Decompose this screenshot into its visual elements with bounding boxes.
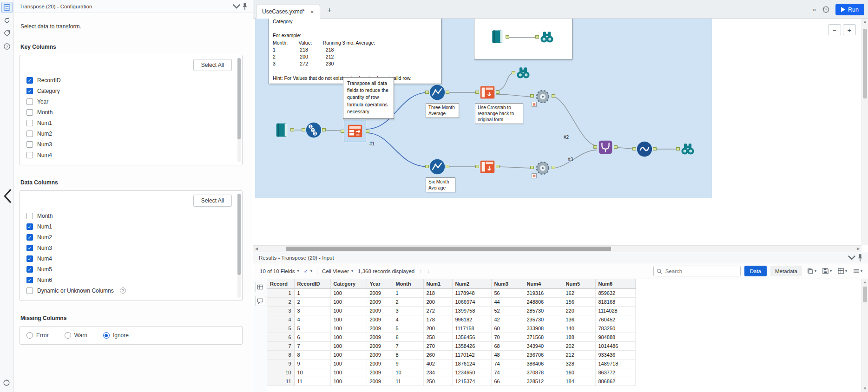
table-row[interactable]: 8 8 100 2009 8 260 1170142 48 236706 2: [267, 350, 635, 359]
copy-button[interactable]: ▾: [806, 267, 817, 275]
output-anchor[interactable]: [290, 128, 294, 131]
blue-wave-tool[interactable]: [636, 140, 653, 158]
table-row[interactable]: 1 1 100 2009 1 218 1178948 56 319316 1: [267, 288, 635, 297]
results-collapse-button[interactable]: [848, 254, 856, 262]
comment-box-running-average[interactable]: Category. For example: Month: Value: Run…: [269, 19, 441, 84]
key-column-row[interactable]: Num4: [26, 150, 232, 160]
data-column-row[interactable]: Num3 ?: [26, 242, 232, 253]
record-id-tool[interactable]: 123: [305, 121, 322, 139]
browse-tool[interactable]: [679, 140, 696, 157]
checkbox[interactable]: [26, 213, 33, 219]
data-column-row[interactable]: Dynamic or Unknown Columns ?: [26, 285, 232, 296]
data-columns-select-all-button[interactable]: Select All: [193, 195, 232, 207]
checkbox[interactable]: [26, 287, 33, 294]
run-button[interactable]: Run: [835, 4, 864, 15]
fields-dropdown[interactable]: 10 of 10 Fields ▾: [260, 268, 299, 274]
new-window-button[interactable]: ▾: [836, 267, 848, 275]
canvas-horizontal-scrollbar[interactable]: ◀ ▶: [253, 245, 861, 252]
table-row[interactable]: 9 9 100 2009 9 402 1876124 74 386406 3: [267, 359, 635, 368]
column-header[interactable]: Year: [367, 279, 393, 288]
scrollbar-thumb[interactable]: [286, 247, 611, 251]
data-column-row[interactable]: Num1 ?: [26, 221, 232, 232]
column-header[interactable]: Record: [267, 279, 294, 288]
gear-blade-tool-top[interactable]: ▦: [533, 87, 552, 106]
output-anchor[interactable]: [614, 145, 618, 149]
union-tool[interactable]: [597, 138, 614, 156]
key-column-row[interactable]: RecordID: [26, 75, 232, 85]
checkbox[interactable]: [26, 266, 33, 273]
output-anchor[interactable]: [322, 128, 326, 131]
missing-columns-option[interactable]: Error: [26, 332, 49, 339]
column-header[interactable]: RecordID: [294, 279, 330, 288]
input-anchor[interactable]: [593, 145, 597, 149]
table-row[interactable]: 3 3 100 2009 3 272 1399758 52 285730 2: [267, 306, 635, 315]
input-anchor[interactable]: [475, 91, 479, 94]
checkbox[interactable]: [26, 152, 33, 158]
table-row[interactable]: 10 10 100 2009 10 234 1234650 74 370878: [267, 368, 635, 377]
output-anchor[interactable]: [653, 147, 657, 150]
refresh-button[interactable]: [1, 377, 12, 388]
output-anchor[interactable]: [446, 165, 449, 168]
zoom-out-button[interactable]: −: [828, 24, 841, 35]
toolbar-overflow-chevrons[interactable]: »: [813, 6, 816, 13]
schedule-history-button[interactable]: [822, 6, 830, 14]
options-menu-button[interactable]: ▾: [852, 267, 863, 275]
checkbox[interactable]: [26, 77, 33, 84]
close-tab-icon[interactable]: ×: [310, 8, 314, 15]
input-anchor[interactable]: [425, 165, 429, 168]
key-column-row[interactable]: Num3: [26, 139, 232, 150]
input-anchor[interactable]: [535, 35, 539, 39]
column-header[interactable]: Num5: [563, 279, 595, 288]
input-anchor[interactable]: [676, 147, 680, 150]
results-pin-button[interactable]: [856, 254, 864, 262]
checkbox[interactable]: [26, 120, 33, 126]
output-anchor[interactable]: [496, 91, 500, 94]
sync-button[interactable]: [1, 15, 13, 26]
six-month-average-tool[interactable]: [428, 158, 446, 176]
table-row[interactable]: 7 7 100 2009 7 270 1358426 68 343940 2: [267, 341, 635, 350]
table-row[interactable]: 2 2 100 2009 2 200 1066974 44 248806 1: [267, 297, 635, 306]
checkbox[interactable]: [26, 141, 33, 148]
messages-view-button[interactable]: [255, 296, 265, 306]
zoom-in-button[interactable]: +: [843, 24, 856, 35]
three-month-average-tool[interactable]: [428, 84, 446, 101]
key-column-row[interactable]: Category: [26, 85, 232, 96]
browse-tool[interactable]: [539, 28, 555, 45]
input-anchor[interactable]: [530, 94, 534, 98]
browse-tool[interactable]: [515, 64, 532, 81]
input-anchor[interactable]: [425, 91, 429, 94]
panel-collapse-button[interactable]: [232, 2, 241, 11]
key-column-row[interactable]: Num1: [26, 118, 232, 128]
scrollbar-thumb[interactable]: [863, 287, 867, 302]
help-circle-icon[interactable]: ?: [120, 287, 126, 294]
scroll-up-icon[interactable]: ▲: [862, 279, 868, 286]
column-header[interactable]: Category: [330, 279, 367, 288]
column-header[interactable]: Num4: [524, 279, 563, 288]
output-anchor[interactable]: [496, 165, 500, 168]
radio-button[interactable]: [103, 332, 110, 339]
tool-container-box[interactable]: [474, 19, 572, 59]
checkbox[interactable]: [26, 88, 33, 94]
input-anchor[interactable]: [475, 165, 479, 168]
workflow-sheet[interactable]: Category. For example: Month: Value: Run…: [255, 19, 712, 198]
workflow-canvas[interactable]: Category. For example: Month: Value: Run…: [253, 19, 868, 252]
next-record-button[interactable]: ↓: [427, 268, 430, 274]
scrollbar-thumb[interactable]: [863, 29, 867, 98]
results-vertical-scrollbar[interactable]: ▲ ▼: [861, 279, 868, 392]
input-anchor[interactable]: [341, 130, 344, 133]
transpose-tool-selected[interactable]: [344, 120, 366, 142]
data-column-row[interactable]: Num2 ?: [26, 232, 232, 242]
table-row[interactable]: 5 5 100 2009 5 200 1117158 60 333908 1: [267, 324, 635, 333]
new-tab-button[interactable]: +: [325, 6, 334, 15]
tag-button[interactable]: [1, 28, 13, 39]
input-anchor[interactable]: [302, 128, 305, 131]
key-columns-select-all-button[interactable]: Select All: [193, 59, 232, 71]
table-row[interactable]: 11 11 100 2009 11 250 1215374 66 328512: [267, 377, 635, 385]
canvas-vertical-scrollbar[interactable]: ▲: [861, 19, 868, 245]
output-anchor[interactable]: [446, 91, 449, 94]
data-column-row[interactable]: Num6 ?: [26, 274, 232, 285]
output-anchor[interactable]: [506, 35, 509, 39]
column-header[interactable]: Num1: [423, 279, 452, 288]
apply-fields-dropdown[interactable]: ✓ ▾: [303, 268, 312, 274]
tool-caption-crosstab[interactable]: Use Crosstab to rearrange back to origin…: [475, 103, 523, 124]
